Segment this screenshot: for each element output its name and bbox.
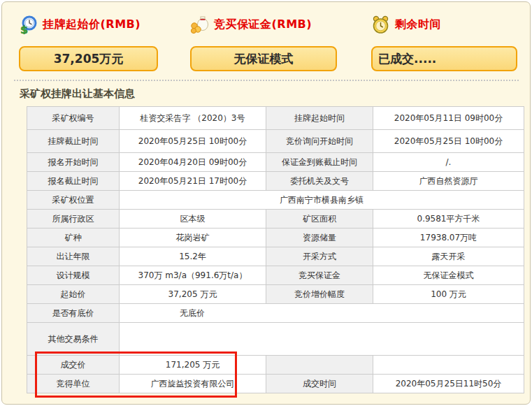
- table-label-cell: 竞价增价幅度: [266, 285, 373, 304]
- info-table-body: 采矿权编号桂资交采告字 （2020）3号挂牌起始时间2020年05月11日 09…: [27, 107, 524, 393]
- info-table-wrap: 采矿权编号桂资交采告字 （2020）3号挂牌起始时间2020年05月11日 09…: [27, 106, 524, 393]
- table-row: 成交价171,205 万元: [27, 356, 524, 375]
- remaining-time-label: 剩余时间: [395, 17, 441, 32]
- section-title: 采矿权挂牌出让基本信息: [20, 87, 530, 101]
- table-label-cell: 成交价: [27, 356, 120, 375]
- table-value-cell: 广西旋益投资有限公司: [120, 375, 266, 393]
- bid-deposit-value: 无保证模式: [190, 46, 337, 71]
- info-table: 采矿权编号桂资交采告字 （2020）3号挂牌起始时间2020年05月11日 09…: [27, 106, 524, 393]
- table-row: 所属行政区区本级矿区面积0.9581平方千米: [27, 210, 524, 229]
- table-row: 报名截止时间2020年05月21日 17时00分委托机关及文号广西自然资源厅: [27, 172, 524, 191]
- table-row: 起始价37,205 万元竞价增价幅度100 万元: [27, 285, 524, 304]
- alarm-clock-icon: [371, 15, 390, 34]
- table-label-cell: 所属行政区: [27, 210, 120, 229]
- table-value-cell: 370万 m3/a（991.6万t/a）: [120, 266, 266, 285]
- table-row: 挂牌截止时间2020年05月25日 10时00分竞价询问开始时间2020年05月…: [27, 130, 524, 153]
- bid-deposit-label: 竞买保证金(RMB): [214, 17, 312, 32]
- table-row: 出让年限15.2年开采方式露天开采: [27, 247, 524, 266]
- table-value-cell: 37,205 万元: [120, 285, 266, 304]
- table-row: 报名开始时间2020年04月20日 09时00分保证金到账截止时间/.: [27, 153, 524, 172]
- table-value-cell: 2020年05月11日 09时00分: [373, 107, 524, 130]
- table-value-cell: 2020年05月25日11时50分: [373, 375, 524, 393]
- table-value-cell: 100 万元: [373, 285, 524, 304]
- table-row: 竞得单位广西旋益投资有限公司成交时间2020年05月25日11时50分: [27, 375, 524, 393]
- table-label-cell: 报名开始时间: [27, 153, 120, 172]
- table-value-cell: 无底价: [120, 304, 524, 323]
- listing-start-price-label: 挂牌起始价(RMB): [43, 17, 141, 32]
- table-label-cell: 成交时间: [266, 375, 373, 393]
- bid-deposit-heading: 竞买保证金(RMB): [190, 14, 337, 35]
- table-label-cell: 出让年限: [27, 247, 120, 266]
- table-value-cell: 2020年05月25日 10时00分: [373, 130, 524, 153]
- table-value-cell: 花岗岩矿: [120, 229, 266, 247]
- money-clock-icon: $: [19, 15, 38, 34]
- table-label-cell: 矿区面积: [266, 210, 373, 229]
- table-label-cell: 竞买保证金: [266, 266, 373, 285]
- table-label-cell: 采矿权编号: [27, 107, 120, 130]
- table-label-cell: 竞价询问开始时间: [266, 130, 373, 153]
- table-label-cell: 采矿权位置: [27, 191, 120, 210]
- table-value-cell: 15.2年: [120, 247, 266, 266]
- table-row: 是否有底价无底价: [27, 304, 524, 323]
- table-label-cell: 是否有底价: [27, 304, 120, 323]
- table-value-cell: /.: [373, 153, 524, 172]
- table-value-cell: 广西南宁市横县南乡镇: [120, 191, 524, 210]
- remaining-time-block: 剩余时间 已成交.....: [371, 14, 517, 71]
- table-row: 采矿权位置广西南宁市横县南乡镇: [27, 191, 524, 210]
- table-label-cell: 挂牌截止时间: [27, 130, 120, 153]
- table-value-cell: 无保证金模式: [373, 266, 524, 285]
- table-label-cell: 报名截止时间: [27, 172, 120, 191]
- remaining-time-heading: 剩余时间: [371, 14, 517, 35]
- table-label-cell: 设计规模: [27, 266, 120, 285]
- table-value-cell: 桂资交采告字 （2020）3号: [120, 107, 266, 130]
- listing-start-price-block: $ 挂牌起始价(RMB) 37,205万元: [19, 14, 158, 71]
- bid-deposit-block: 竞买保证金(RMB) 无保证模式: [190, 14, 337, 71]
- table-label-cell: 资源储量: [266, 229, 373, 247]
- listing-start-price-heading: $ 挂牌起始价(RMB): [19, 14, 158, 35]
- money-bag-icon: [190, 15, 209, 34]
- table-value-cell: 2020年05月21日 17时00分: [120, 172, 266, 191]
- table-label-cell: 起始价: [27, 285, 120, 304]
- table-label-cell: 挂牌起始时间: [266, 107, 373, 130]
- table-value-cell: 2020年05月25日 10时00分: [120, 130, 266, 153]
- table-value-cell: [120, 323, 524, 356]
- table-value-cell: 露天开采: [373, 247, 524, 266]
- table-row: 采矿权编号桂资交采告字 （2020）3号挂牌起始时间2020年05月11日 09…: [27, 107, 524, 130]
- table-label-cell: 开采方式: [266, 247, 373, 266]
- table-value-cell: 171,205 万元: [120, 356, 266, 375]
- table-value-cell: 区本级: [120, 210, 266, 229]
- auction-detail-page: $ 挂牌起始价(RMB) 37,205万元: [1, 1, 531, 405]
- table-row: 设计规模370万 m3/a（991.6万t/a）竞买保证金无保证金模式: [27, 266, 524, 285]
- table-value-cell: 广西自然资源厅: [373, 172, 524, 191]
- table-row: 矿种花岗岩矿资源储量17938.07万吨: [27, 229, 524, 247]
- table-label-cell: 委托机关及文号: [266, 172, 373, 191]
- table-label-cell: 竞得单位: [27, 375, 120, 393]
- table-value-cell: 0.9581平方千米: [373, 210, 524, 229]
- svg-text:$: $: [20, 23, 28, 34]
- status-header: $ 挂牌起始价(RMB) 37,205万元: [2, 2, 530, 71]
- table-label-cell: 其他交易条件: [27, 323, 120, 356]
- table-value-cell: 2020年04月20日 09时00分: [120, 153, 266, 172]
- dotted-divider: [14, 80, 519, 81]
- table-value-cell: [373, 356, 524, 375]
- table-label-cell: 矿种: [27, 229, 120, 247]
- listing-start-price-value: 37,205万元: [19, 46, 158, 71]
- remaining-time-value: 已成交.....: [371, 46, 517, 71]
- table-label-cell: 保证金到账截止时间: [266, 153, 373, 172]
- table-value-cell: 17938.07万吨: [373, 229, 524, 247]
- table-label-cell: [266, 356, 373, 375]
- table-row: 其他交易条件: [27, 323, 524, 356]
